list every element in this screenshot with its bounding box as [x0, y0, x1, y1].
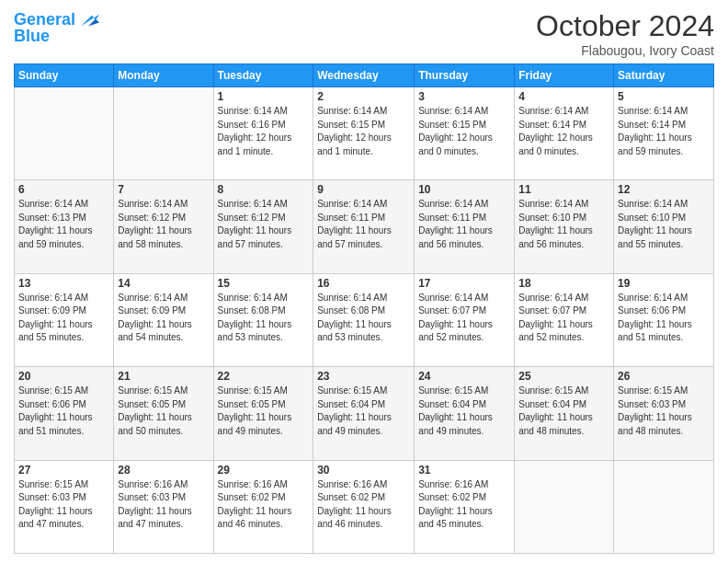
week-row-1: 6Sunrise: 6:14 AM Sunset: 6:13 PM Daylig… — [15, 180, 714, 273]
week-row-0: 1Sunrise: 6:14 AM Sunset: 6:16 PM Daylig… — [15, 87, 714, 180]
header-saturday: Saturday — [614, 64, 714, 87]
day-info-24: Sunrise: 6:15 AM Sunset: 6:04 PM Dayligh… — [418, 385, 510, 438]
logo-icon — [77, 9, 99, 31]
cell-0-3: 2Sunrise: 6:14 AM Sunset: 6:15 PM Daylig… — [313, 87, 415, 180]
day-info-9: Sunrise: 6:14 AM Sunset: 6:11 PM Dayligh… — [317, 198, 410, 251]
day-number-24: 24 — [418, 370, 510, 383]
cell-2-1: 14Sunrise: 6:14 AM Sunset: 6:09 PM Dayli… — [114, 273, 213, 366]
cell-0-4: 3Sunrise: 6:14 AM Sunset: 6:15 PM Daylig… — [415, 87, 515, 180]
cell-0-6: 5Sunrise: 6:14 AM Sunset: 6:14 PM Daylig… — [614, 87, 714, 180]
day-number-12: 12 — [618, 183, 710, 196]
cell-3-2: 22Sunrise: 6:15 AM Sunset: 6:05 PM Dayli… — [213, 367, 313, 460]
day-number-22: 22 — [218, 370, 310, 383]
cell-1-5: 11Sunrise: 6:14 AM Sunset: 6:10 PM Dayli… — [515, 180, 614, 273]
cell-0-5: 4Sunrise: 6:14 AM Sunset: 6:14 PM Daylig… — [515, 87, 614, 180]
cell-2-5: 18Sunrise: 6:14 AM Sunset: 6:07 PM Dayli… — [515, 273, 614, 366]
cell-1-1: 7Sunrise: 6:14 AM Sunset: 6:12 PM Daylig… — [114, 180, 213, 273]
header-wednesday: Wednesday — [313, 64, 415, 87]
day-number-16: 16 — [317, 277, 410, 290]
day-info-15: Sunrise: 6:14 AM Sunset: 6:08 PM Dayligh… — [218, 292, 310, 345]
cell-1-4: 10Sunrise: 6:14 AM Sunset: 6:11 PM Dayli… — [415, 180, 515, 273]
cell-4-5 — [515, 460, 614, 553]
cell-3-5: 25Sunrise: 6:15 AM Sunset: 6:04 PM Dayli… — [515, 367, 614, 460]
cell-1-6: 12Sunrise: 6:14 AM Sunset: 6:10 PM Dayli… — [614, 180, 714, 273]
header-thursday: Thursday — [415, 64, 515, 87]
cell-1-3: 9Sunrise: 6:14 AM Sunset: 6:11 PM Daylig… — [313, 180, 415, 273]
cell-3-4: 24Sunrise: 6:15 AM Sunset: 6:04 PM Dayli… — [415, 367, 515, 460]
cell-0-1 — [114, 87, 213, 180]
cell-2-2: 15Sunrise: 6:14 AM Sunset: 6:08 PM Dayli… — [213, 273, 313, 366]
day-number-17: 17 — [418, 277, 510, 290]
day-number-28: 28 — [118, 464, 209, 477]
day-info-19: Sunrise: 6:14 AM Sunset: 6:06 PM Dayligh… — [618, 292, 710, 345]
day-number-31: 31 — [418, 464, 510, 477]
day-info-21: Sunrise: 6:15 AM Sunset: 6:05 PM Dayligh… — [118, 385, 209, 438]
week-row-3: 20Sunrise: 6:15 AM Sunset: 6:06 PM Dayli… — [15, 367, 714, 460]
day-number-14: 14 — [118, 277, 209, 290]
cell-4-0: 27Sunrise: 6:15 AM Sunset: 6:03 PM Dayli… — [15, 460, 114, 553]
page: General Blue October 2024 Flabougou, Ivo… — [0, 0, 728, 563]
day-number-6: 6 — [18, 183, 109, 196]
day-info-31: Sunrise: 6:16 AM Sunset: 6:02 PM Dayligh… — [418, 478, 510, 532]
calendar-header-row: Sunday Monday Tuesday Wednesday Thursday… — [15, 64, 714, 87]
day-info-4: Sunrise: 6:14 AM Sunset: 6:14 PM Dayligh… — [518, 105, 609, 158]
day-info-5: Sunrise: 6:14 AM Sunset: 6:14 PM Dayligh… — [618, 105, 710, 158]
day-number-5: 5 — [618, 90, 710, 103]
day-info-13: Sunrise: 6:14 AM Sunset: 6:09 PM Dayligh… — [18, 292, 109, 345]
day-info-6: Sunrise: 6:14 AM Sunset: 6:13 PM Dayligh… — [18, 198, 109, 251]
header-tuesday: Tuesday — [213, 64, 313, 87]
cell-4-3: 30Sunrise: 6:16 AM Sunset: 6:02 PM Dayli… — [313, 460, 415, 553]
day-number-27: 27 — [18, 464, 109, 477]
day-number-11: 11 — [518, 183, 609, 196]
day-info-26: Sunrise: 6:15 AM Sunset: 6:03 PM Dayligh… — [618, 385, 710, 438]
header-friday: Friday — [515, 64, 614, 87]
day-info-20: Sunrise: 6:15 AM Sunset: 6:06 PM Dayligh… — [18, 385, 109, 438]
cell-4-6 — [614, 460, 714, 553]
cell-1-2: 8Sunrise: 6:14 AM Sunset: 6:12 PM Daylig… — [213, 180, 313, 273]
day-number-8: 8 — [218, 183, 310, 196]
day-info-12: Sunrise: 6:14 AM Sunset: 6:10 PM Dayligh… — [618, 198, 710, 251]
week-row-2: 13Sunrise: 6:14 AM Sunset: 6:09 PM Dayli… — [15, 273, 714, 366]
day-number-23: 23 — [317, 370, 410, 383]
cell-4-4: 31Sunrise: 6:16 AM Sunset: 6:02 PM Dayli… — [415, 460, 515, 553]
day-number-21: 21 — [118, 370, 209, 383]
cell-2-3: 16Sunrise: 6:14 AM Sunset: 6:08 PM Dayli… — [313, 273, 415, 366]
day-number-30: 30 — [317, 464, 410, 477]
week-row-4: 27Sunrise: 6:15 AM Sunset: 6:03 PM Dayli… — [15, 460, 714, 553]
day-info-18: Sunrise: 6:14 AM Sunset: 6:07 PM Dayligh… — [518, 292, 609, 345]
day-number-13: 13 — [18, 277, 109, 290]
day-number-25: 25 — [518, 370, 609, 383]
day-info-28: Sunrise: 6:16 AM Sunset: 6:03 PM Dayligh… — [118, 478, 209, 532]
day-info-30: Sunrise: 6:16 AM Sunset: 6:02 PM Dayligh… — [317, 478, 410, 532]
day-number-15: 15 — [218, 277, 310, 290]
title-block: October 2024 Flabougou, Ivory Coast — [536, 9, 714, 58]
cell-2-0: 13Sunrise: 6:14 AM Sunset: 6:09 PM Dayli… — [15, 273, 114, 366]
cell-2-4: 17Sunrise: 6:14 AM Sunset: 6:07 PM Dayli… — [415, 273, 515, 366]
header-monday: Monday — [114, 64, 213, 87]
month-year: October 2024 — [536, 9, 714, 43]
header: General Blue October 2024 Flabougou, Ivo… — [14, 9, 714, 58]
day-number-7: 7 — [118, 183, 209, 196]
cell-4-2: 29Sunrise: 6:16 AM Sunset: 6:02 PM Dayli… — [213, 460, 313, 553]
day-info-7: Sunrise: 6:14 AM Sunset: 6:12 PM Dayligh… — [118, 198, 209, 251]
cell-1-0: 6Sunrise: 6:14 AM Sunset: 6:13 PM Daylig… — [15, 180, 114, 273]
day-info-2: Sunrise: 6:14 AM Sunset: 6:15 PM Dayligh… — [317, 105, 410, 158]
cell-4-1: 28Sunrise: 6:16 AM Sunset: 6:03 PM Dayli… — [114, 460, 213, 553]
cell-3-3: 23Sunrise: 6:15 AM Sunset: 6:04 PM Dayli… — [313, 367, 415, 460]
day-info-14: Sunrise: 6:14 AM Sunset: 6:09 PM Dayligh… — [118, 292, 209, 345]
day-info-3: Sunrise: 6:14 AM Sunset: 6:15 PM Dayligh… — [418, 105, 510, 158]
day-info-27: Sunrise: 6:15 AM Sunset: 6:03 PM Dayligh… — [18, 478, 109, 532]
day-info-8: Sunrise: 6:14 AM Sunset: 6:12 PM Dayligh… — [218, 198, 310, 251]
cell-2-6: 19Sunrise: 6:14 AM Sunset: 6:06 PM Dayli… — [614, 273, 714, 366]
day-info-23: Sunrise: 6:15 AM Sunset: 6:04 PM Dayligh… — [317, 385, 410, 438]
day-number-26: 26 — [618, 370, 710, 383]
day-number-3: 3 — [418, 90, 510, 103]
day-number-2: 2 — [317, 90, 410, 103]
day-info-22: Sunrise: 6:15 AM Sunset: 6:05 PM Dayligh… — [218, 385, 310, 438]
day-info-16: Sunrise: 6:14 AM Sunset: 6:08 PM Dayligh… — [317, 292, 410, 345]
day-info-1: Sunrise: 6:14 AM Sunset: 6:16 PM Dayligh… — [218, 105, 310, 158]
day-number-4: 4 — [518, 90, 609, 103]
day-number-10: 10 — [418, 183, 510, 196]
day-number-9: 9 — [317, 183, 410, 196]
cell-0-0 — [15, 87, 114, 180]
